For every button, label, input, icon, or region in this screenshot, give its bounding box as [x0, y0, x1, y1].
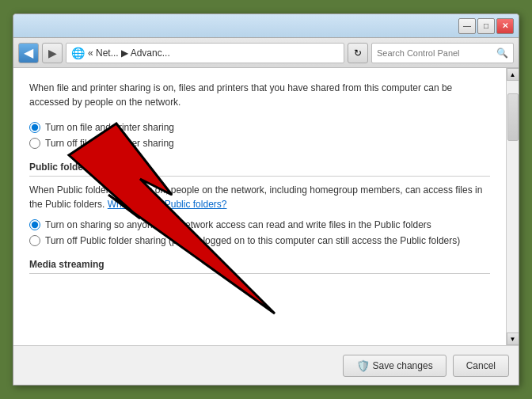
search-input[interactable]: [377, 48, 493, 58]
file-sharing-label-off: Turn off file and printer sharing: [45, 138, 174, 149]
breadcrumb-text: « Net... ▶ Advanc...: [88, 48, 170, 59]
breadcrumb: 🌐 « Net... ▶ Advanc...: [66, 43, 344, 63]
title-bar: — □ ✕: [13, 14, 519, 38]
file-sharing-option-1: Turn on file and printer sharing: [29, 122, 490, 133]
public-folder-option-1: Turn on sharing so anyone with network a…: [29, 219, 490, 230]
content-area: When file and printer sharing is on, fil…: [13, 68, 519, 345]
public-sharing-label-on: Turn on sharing so anyone with network a…: [45, 219, 431, 230]
media-streaming-section: Media streaming: [29, 259, 490, 274]
scroll-down-button[interactable]: ▼: [507, 332, 519, 345]
public-folder-description: When Public folder sharing is on, people…: [29, 183, 490, 211]
title-bar-buttons: — □ ✕: [458, 18, 514, 34]
search-icon: 🔍: [496, 48, 508, 59]
back-button[interactable]: ◀: [18, 43, 39, 63]
scroll-up-button[interactable]: ▲: [507, 68, 519, 81]
toolbar: ◀ ▶ 🌐 « Net... ▶ Advanc... ↻ 🔍: [13, 38, 519, 68]
scroll-thumb[interactable]: [507, 93, 519, 141]
shield-icon: 🛡️: [356, 359, 370, 372]
scrollbar: ▲ ▼: [506, 68, 519, 345]
public-folder-option-2: Turn off Public folder sharing (people l…: [29, 235, 490, 246]
file-sharing-radio-off[interactable]: [29, 138, 40, 149]
refresh-button[interactable]: ↻: [348, 43, 368, 63]
media-streaming-title: Media streaming: [29, 259, 490, 274]
public-sharing-label-off: Turn off Public folder sharing (people l…: [45, 235, 460, 246]
save-changes-button[interactable]: 🛡️ Save changes: [343, 355, 446, 377]
file-sharing-section: Turn on file and printer sharing Turn of…: [29, 122, 490, 149]
public-folder-section-title: Public folder sh: [29, 162, 490, 177]
breadcrumb-icon: 🌐: [71, 47, 85, 59]
search-bar: 🔍: [371, 43, 514, 63]
forward-button[interactable]: ▶: [42, 43, 63, 63]
cancel-button[interactable]: Cancel: [453, 355, 509, 377]
main-content: When file and printer sharing is on, fil…: [13, 68, 506, 345]
file-sharing-label-on: Turn on file and printer sharing: [45, 122, 174, 133]
minimize-button[interactable]: —: [458, 18, 476, 34]
public-folder-section: When Public folder sharing is on, people…: [29, 183, 490, 246]
footer: 🛡️ Save changes Cancel: [13, 345, 519, 385]
file-sharing-radio-on[interactable]: [29, 122, 40, 133]
public-sharing-radio-on[interactable]: [29, 219, 40, 230]
maximize-button[interactable]: □: [477, 18, 495, 34]
main-window: — □ ✕ ◀ ▶ 🌐 « Net... ▶ Advanc... ↻ 🔍 Whe…: [13, 13, 519, 386]
file-sharing-option-2: Turn off file and printer sharing: [29, 138, 490, 149]
public-folder-link[interactable]: What are the Public folders?: [108, 199, 227, 210]
close-button[interactable]: ✕: [496, 18, 514, 34]
file-sharing-description: When file and printer sharing is on, fil…: [29, 81, 490, 109]
public-sharing-radio-off[interactable]: [29, 235, 40, 246]
